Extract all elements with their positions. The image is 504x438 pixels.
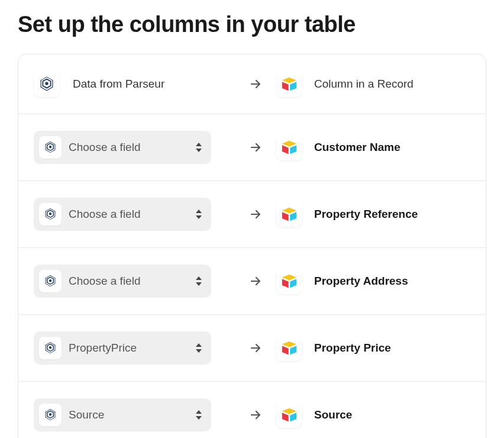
arrow-right-icon: [248, 408, 263, 422]
target-header-label: Column in a Record: [314, 78, 413, 91]
mapping-row: Choose a field Customer Name: [18, 114, 486, 181]
arrow-right-icon: [248, 207, 263, 221]
arrow-right-icon: [248, 140, 263, 154]
target-column-label: Customer Name: [314, 141, 400, 154]
mapping-header-row: Data from Parseur Column in a Record: [18, 54, 486, 114]
mapping-row: Choose a field Property Address: [18, 248, 486, 315]
arrow-right-icon: [248, 274, 263, 288]
airtable-icon: [276, 268, 302, 294]
airtable-icon: [276, 201, 302, 227]
parseur-icon: [34, 71, 60, 97]
mapping-row: Choose a field Property Reference: [18, 181, 486, 248]
parseur-icon: [39, 136, 62, 159]
airtable-icon: [276, 402, 302, 428]
chevron-sort-icon: [195, 410, 203, 420]
parseur-icon: [39, 404, 62, 426]
target-column-label: Property Price: [314, 342, 391, 355]
airtable-icon: [276, 71, 302, 97]
mapping-row: Source Source: [18, 382, 486, 438]
airtable-icon: [276, 134, 302, 160]
parseur-icon: [39, 270, 62, 292]
airtable-icon: [276, 335, 302, 361]
arrow-right-icon: [248, 341, 263, 355]
field-selector-label: PropertyPrice: [69, 342, 188, 355]
field-selector-label: Choose a field: [69, 275, 188, 288]
chevron-sort-icon: [195, 142, 203, 153]
field-selector-label: Choose a field: [69, 208, 188, 221]
source-field-selector[interactable]: Choose a field: [34, 131, 211, 164]
source-field-selector[interactable]: Choose a field: [34, 198, 211, 231]
field-selector-label: Source: [69, 408, 188, 421]
chevron-sort-icon: [195, 209, 203, 220]
parseur-icon: [39, 337, 62, 359]
mapping-row: PropertyPrice Property Price: [18, 315, 486, 382]
target-column-label: Property Address: [314, 275, 408, 288]
chevron-sort-icon: [195, 343, 203, 353]
column-mapping-table: Data from Parseur Column in a Record Cho…: [18, 54, 486, 438]
source-field-selector[interactable]: PropertyPrice: [34, 331, 211, 365]
target-column-label: Property Reference: [314, 208, 418, 221]
target-column-label: Source: [314, 408, 352, 421]
source-field-selector[interactable]: Choose a field: [34, 265, 211, 298]
field-selector-label: Choose a field: [69, 141, 188, 154]
arrow-right-icon: [248, 77, 263, 91]
chevron-sort-icon: [195, 276, 203, 286]
source-header-label: Data from Parseur: [73, 78, 164, 91]
source-field-selector[interactable]: Source: [34, 398, 211, 431]
parseur-icon: [39, 203, 62, 226]
page-title: Set up the columns in your table: [18, 12, 486, 37]
